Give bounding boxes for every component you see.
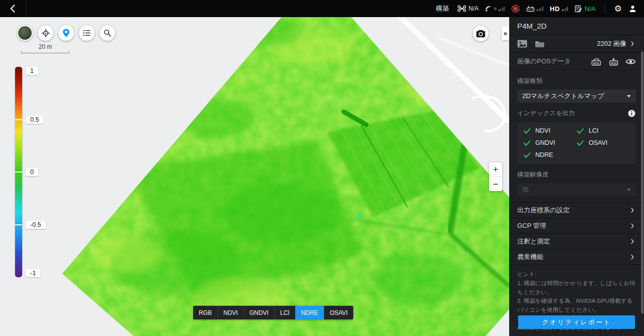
panel-nav-農業機能[interactable]: 農業機能 xyxy=(509,249,644,265)
legend-tick-mark xyxy=(15,119,22,120)
panel-nav-GCP-管理[interactable]: GCP 管理 xyxy=(509,218,644,234)
layer-button-ndvi[interactable]: NDVI xyxy=(218,306,244,319)
checkmark-icon xyxy=(577,128,584,134)
nav-row-label: 注釈と測定 xyxy=(517,237,550,246)
locate-button[interactable] xyxy=(38,25,53,41)
flight-record-icon xyxy=(575,5,583,13)
project-title: P4M_2D xyxy=(509,17,644,35)
basemap-thumbnail-button[interactable] xyxy=(17,25,33,41)
checkmark-icon xyxy=(523,140,531,146)
pin-button[interactable] xyxy=(58,25,74,41)
list-icon xyxy=(82,28,92,38)
legend-label--1: -1 xyxy=(26,269,40,277)
status-cluster: 構築 N/A xyxy=(436,0,644,17)
layer-button-lci[interactable]: LCI xyxy=(275,306,296,319)
satellite-icon xyxy=(485,5,493,12)
mode-label: 構築 xyxy=(436,4,449,13)
drone-icon xyxy=(457,5,466,12)
layer-button-rgb[interactable]: RGB xyxy=(193,306,218,319)
index-label: GNDVI xyxy=(535,139,555,146)
index-checkbox-lci[interactable]: LCI xyxy=(577,127,630,134)
image-assets-row[interactable]: 2202 画像 xyxy=(509,35,644,53)
svg-text:POS: POS xyxy=(593,61,599,64)
settings-button[interactable]: ⚙ xyxy=(614,5,622,13)
legend-label-0.5: 0.5 xyxy=(26,116,43,124)
remote-controller-icon xyxy=(526,5,535,12)
layer-list-button[interactable] xyxy=(79,25,95,41)
drone-status: N/A xyxy=(457,5,478,12)
legend-label--0.5: -0.5 xyxy=(26,221,46,229)
checkmark-icon xyxy=(523,152,531,158)
flight-record-text: N/A xyxy=(585,5,596,13)
resolution-label: 構築解像度 xyxy=(509,164,644,179)
index-label: NDRE xyxy=(535,151,553,158)
scalebar-line xyxy=(21,51,69,53)
layer-button-gndvi[interactable]: GNDVI xyxy=(244,306,275,319)
location-pin-icon xyxy=(61,28,71,38)
index-checkbox-gndvi[interactable]: GNDVI xyxy=(523,139,577,146)
index-label: OSAVI xyxy=(589,139,607,146)
orthomosaic-map xyxy=(0,17,509,336)
pos-data-label: 画像のPOSデータ xyxy=(517,57,571,66)
gnss-status: 0 xyxy=(485,5,505,12)
screenshot-button[interactable] xyxy=(473,26,489,41)
gnss-count: 0 xyxy=(494,7,496,11)
folder-icon xyxy=(535,40,544,48)
resolution-dropdown[interactable]: 低 xyxy=(517,183,636,196)
info-icon[interactable] xyxy=(627,109,636,118)
chevron-right-icon xyxy=(629,254,636,261)
chevron-right-icon xyxy=(629,40,636,47)
index-checkbox-ndre[interactable]: NDRE xyxy=(523,151,577,158)
camera-icon xyxy=(476,30,486,38)
dropdown-caret-icon xyxy=(627,189,631,191)
map-viewport[interactable]: 20 m 10.50-0.5-1 » + − RGBNDVIGNDVI xyxy=(0,17,509,336)
zoom-out-button[interactable]: − xyxy=(489,177,502,191)
layer-button-ndre[interactable]: NDRE xyxy=(295,306,324,319)
transmission-muted-icon xyxy=(511,5,520,13)
zoom-in-button[interactable]: + xyxy=(489,162,502,177)
panel-collapse-button[interactable]: » xyxy=(502,26,509,40)
index-checkbox-osavi[interactable]: OSAVI xyxy=(577,139,630,146)
images-count: 2202 画像 xyxy=(597,39,626,48)
back-button[interactable] xyxy=(0,0,26,17)
svg-text:POS: POS xyxy=(611,61,617,64)
quality-report-button[interactable]: クオリティレポート xyxy=(518,315,635,329)
layer-button-osavi[interactable]: OSAVI xyxy=(324,306,353,319)
nav-row-label: 出力座標系の設定 xyxy=(517,206,570,215)
hd-status: HD xyxy=(550,5,568,13)
panel-nav-出力座標系の設定[interactable]: 出力座標系の設定 xyxy=(509,203,644,218)
index-label: LCI xyxy=(589,127,598,134)
gear-icon: ⚙ xyxy=(614,5,622,13)
search-button[interactable] xyxy=(100,25,115,41)
index-color-legend: 10.50-0.5-1 xyxy=(15,67,60,277)
panel-nav-list: 出力座標系の設定GCP 管理注釈と測定農業機能 xyxy=(509,202,644,265)
legend-label-0: 0 xyxy=(26,168,38,176)
scalebar-label: 20 m xyxy=(21,43,69,50)
legend-tick-mark xyxy=(15,172,22,173)
panel-nav-注釈と測定[interactable]: 注釈と測定 xyxy=(509,234,644,249)
chevron-right-icon xyxy=(629,207,636,214)
gnss-signal-bars xyxy=(499,6,505,11)
visibility-icon[interactable] xyxy=(625,58,636,65)
index-checkbox-card: NDVILCIGNDVIOSAVINDRE xyxy=(517,122,636,164)
index-layer-switcher: RGBNDVIGNDVILCINDREOSAVI xyxy=(193,306,353,319)
pos-import-icon[interactable]: POS xyxy=(609,57,619,66)
chevron-right-icon xyxy=(629,238,636,245)
hint-line: 1. 構築には時間がかかります。しばらくお待ちください。 xyxy=(517,279,636,297)
index-output-header: インデックスを出力 xyxy=(509,103,644,118)
transmission-muted-status xyxy=(511,5,520,13)
build-type-dropdown[interactable]: 2Dマルチスペクトルマップ xyxy=(517,90,636,103)
pos-data-icon[interactable]: POS xyxy=(591,57,602,66)
nav-row-label: GCP 管理 xyxy=(517,221,546,230)
build-type-value: 2Dマルチスペクトルマップ xyxy=(522,92,604,101)
build-settings-panel: P4M_2D 2202 画像 画像のPOSデータ xyxy=(509,17,644,336)
legend-label-1: 1 xyxy=(26,67,38,75)
account-button[interactable] xyxy=(628,5,637,13)
panel-scrollbar[interactable] xyxy=(641,51,643,314)
index-checkbox-ndvi[interactable]: NDVI xyxy=(523,127,577,134)
hint-line: 2. 構築を確保する為、NVIDIA GPU搭載するパソコンを使用してください。 xyxy=(517,297,636,314)
index-output-label: インデックスを出力 xyxy=(517,109,575,118)
hd-label: HD xyxy=(550,5,560,13)
dropdown-caret-icon xyxy=(627,95,631,98)
index-label: NDVI xyxy=(535,127,550,134)
